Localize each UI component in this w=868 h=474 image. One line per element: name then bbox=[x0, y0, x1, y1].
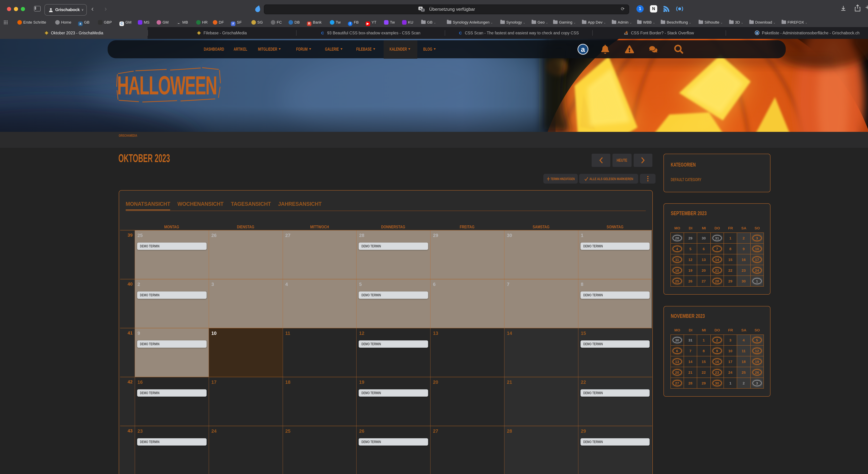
svg-text:文: 文 bbox=[422, 9, 424, 11]
svg-text:a: a bbox=[581, 45, 585, 53]
svg-text:C: C bbox=[321, 31, 324, 35]
svg-text:C: C bbox=[459, 31, 462, 35]
svg-text:HALLOWEEN: HALLOWEEN bbox=[117, 71, 217, 100]
svg-text:a: a bbox=[756, 31, 758, 35]
